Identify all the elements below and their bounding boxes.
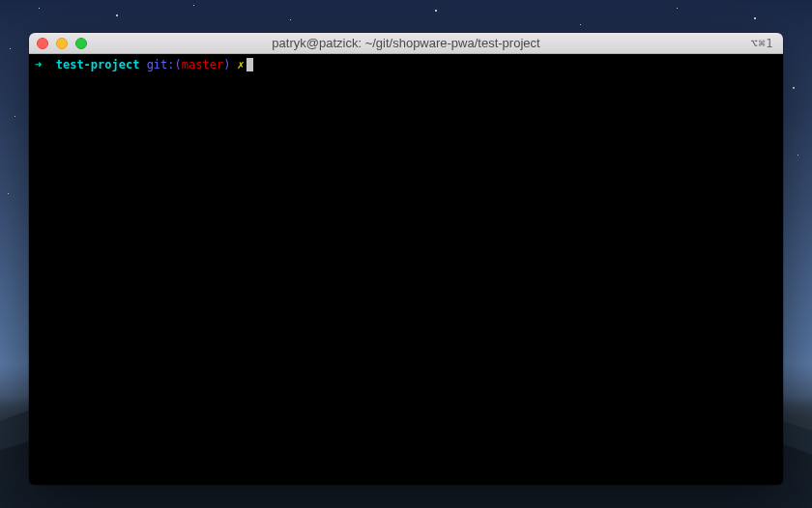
terminal-body[interactable]: ➜ test-project git:(master) ✗ [29,54,783,485]
titlebar-shortcut: ⌥⌘1 [751,37,773,50]
prompt-git-close: ) [223,57,230,72]
traffic-lights [29,38,87,49]
prompt-arrow-icon: ➜ [35,57,42,72]
prompt-branch: master [182,57,223,72]
prompt-git-label: git:( [147,57,182,72]
zoom-button[interactable] [75,38,87,49]
window-titlebar[interactable]: patryk@patzick: ~/git/shopware-pwa/test-… [29,33,783,54]
prompt-dirty-icon: ✗ [238,57,245,72]
prompt-line: ➜ test-project git:(master) ✗ [35,57,777,72]
close-button[interactable] [37,38,48,49]
terminal-window: patryk@patzick: ~/git/shopware-pwa/test-… [29,33,783,485]
minimize-button[interactable] [56,38,68,49]
window-title: patryk@patzick: ~/git/shopware-pwa/test-… [29,36,783,50]
prompt-directory: test-project [56,57,140,72]
terminal-cursor [246,58,253,71]
